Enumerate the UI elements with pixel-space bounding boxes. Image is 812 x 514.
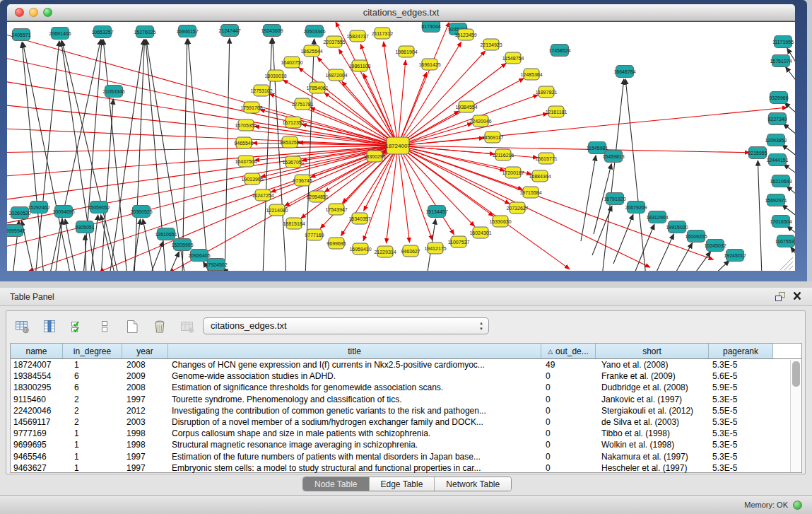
column-header-name[interactable]: name <box>11 344 63 358</box>
network-node-label: 12214080 <box>266 208 288 213</box>
table-cell: 22420046 <box>11 406 63 416</box>
column-header-short[interactable]: short <box>596 344 709 358</box>
network-node-label: 20260520 <box>8 211 30 216</box>
canvas-resize-grip-icon[interactable] <box>784 262 793 270</box>
minimize-window-button[interactable] <box>29 8 38 17</box>
table-row[interactable]: 1456911722003Disruption of a novel membe… <box>11 416 801 428</box>
table-cell: 5.3E-5 <box>709 360 773 370</box>
network-node-label: 17458524 <box>548 48 570 53</box>
table-row[interactable]: 946554611997Estimation of the future num… <box>11 451 801 462</box>
table-row[interactable]: 946362711997Embryonic stem cells: a mode… <box>11 462 801 474</box>
network-node-label: 16961425 <box>418 62 440 67</box>
tab-node-table[interactable]: Node Table <box>303 477 370 491</box>
delete-column-icon[interactable] <box>149 317 170 337</box>
table-cell: 2 <box>63 417 122 427</box>
table-cell: Investigating the contribution of common… <box>168 406 541 416</box>
network-node-label: 20679209 <box>625 205 647 210</box>
network-edge <box>791 247 795 255</box>
network-node-label: 16024301 <box>469 230 491 235</box>
table-cell: 1997 <box>122 463 168 473</box>
network-node-label: 15705355 <box>235 123 257 128</box>
table-panel-header: Table Panel <box>0 288 812 306</box>
network-node-label: 12954851 <box>306 194 328 199</box>
close-panel-icon[interactable] <box>791 291 804 303</box>
table-cell: 5.3E-5 <box>709 428 773 438</box>
network-node-label: 22134923 <box>480 42 502 47</box>
network-edge <box>693 252 711 271</box>
delete-table-icon[interactable] <box>177 317 198 337</box>
network-edge <box>62 41 119 271</box>
table-panel-title: Table Panel <box>10 292 54 302</box>
table-row[interactable]: 1872400712008Changes of HCN gene express… <box>11 359 801 370</box>
table-settings-icon[interactable] <box>11 317 33 337</box>
table-cell: 1 <box>63 440 122 450</box>
network-node-label: 12610651 <box>155 232 177 237</box>
table-cell: 0 <box>541 452 596 462</box>
close-window-button[interactable] <box>15 8 24 17</box>
splitter-bar[interactable] <box>0 281 812 288</box>
column-header-title[interactable]: title <box>168 344 541 358</box>
table-row[interactable]: 2242004622012Investigating the contribut… <box>11 405 801 416</box>
network-node-label: 2405571 <box>11 33 30 37</box>
network-window-title: citations_edges.txt <box>7 4 795 21</box>
table-row[interactable]: 1938455462009Genome-wide association stu… <box>11 370 801 382</box>
table-row[interactable]: 977716911998Corpus callosum shape and si… <box>11 428 801 439</box>
column-visibility-icon[interactable] <box>39 317 60 337</box>
network-node-label: 22420046 <box>469 119 491 124</box>
table-cell: 1 <box>63 452 122 462</box>
network-edge <box>360 44 398 146</box>
network-window-titlebar[interactable]: citations_edges.txt <box>7 4 795 21</box>
zoom-window-button[interactable] <box>43 8 52 17</box>
column-header-out_de[interactable]: △out_de... <box>541 344 596 358</box>
canvas-resize-grip-icon[interactable] <box>789 266 793 270</box>
network-node-label: 15330630 <box>489 219 511 224</box>
network-node-label: 10094695 <box>52 209 74 214</box>
table-cell: Dudbridge et al. (2008) <box>596 382 709 392</box>
network-edge <box>7 146 398 201</box>
column-header-in_degree[interactable]: in_degree <box>63 344 122 358</box>
table-row[interactable]: 1830029562008Estimation of significance … <box>11 382 801 393</box>
table-cell: 0 <box>541 417 596 427</box>
column-header-year[interactable]: year <box>122 344 168 358</box>
network-node-label: 8215955 <box>748 151 767 156</box>
deselect-rows-icon[interactable] <box>94 317 115 337</box>
network-node-label: 11548754 <box>502 56 524 61</box>
network-node-label: 9699695 <box>326 241 346 246</box>
tab-network-table[interactable]: Network Table <box>435 477 511 491</box>
table-row[interactable]: 911546021997Tourette syndrome. Phenomeno… <box>11 394 801 405</box>
column-header-pagerank[interactable]: pagerank <box>709 344 773 358</box>
table-vertical-scrollbar[interactable] <box>790 360 801 472</box>
table-cell: Tibbo et al. (1998) <box>596 428 709 438</box>
table-panel: Table Panel <box>0 288 812 514</box>
table-cell: 1998 <box>122 440 168 450</box>
network-node-label: 19384554 <box>455 105 477 110</box>
network-edge <box>7 80 398 146</box>
table-row[interactable]: 969969511998Structural magnetic resonanc… <box>11 439 801 450</box>
select-all-rows-icon[interactable] <box>66 317 88 337</box>
status-bar: Memory: OK <box>0 495 812 514</box>
float-panel-icon[interactable] <box>774 291 787 303</box>
network-node-label: 19013905 <box>241 177 263 182</box>
network-node-label: 22037555 <box>323 40 345 45</box>
table-select-dropdown[interactable]: citations_edges.txt ▲▼ <box>203 317 489 334</box>
network-node-label: 18815184 <box>283 221 305 226</box>
table-cell: 5.5E-5 <box>709 406 773 416</box>
network-node-label: 12444151 <box>766 158 788 163</box>
table-cell: 14569117 <box>11 417 63 427</box>
network-node-label: 21117312 <box>372 31 393 36</box>
table-cell: 0 <box>541 371 596 381</box>
network-edge <box>342 81 398 146</box>
network-node-label: 19915020 <box>666 225 688 230</box>
network-node-label: 20926405 <box>188 253 210 258</box>
tab-edge-table[interactable]: Edge Table <box>370 477 435 491</box>
network-node-label: 20732627 <box>506 206 528 211</box>
cytoscape-screen: citations_edges.txt 24055712069140610653… <box>0 0 812 514</box>
network-canvas[interactable]: 2405571206914061065325715276025169461572… <box>7 22 795 271</box>
scrollbar-thumb[interactable] <box>792 361 800 387</box>
new-column-icon[interactable] <box>122 317 143 337</box>
network-edge <box>613 214 633 264</box>
table-cell: Estimation of significance thresholds fo… <box>168 382 541 392</box>
network-node-label: 17924502 <box>205 262 227 267</box>
table-cell: 18300295 <box>11 382 63 392</box>
table-cell: Disruption of a novel member of a sodium… <box>168 417 541 427</box>
